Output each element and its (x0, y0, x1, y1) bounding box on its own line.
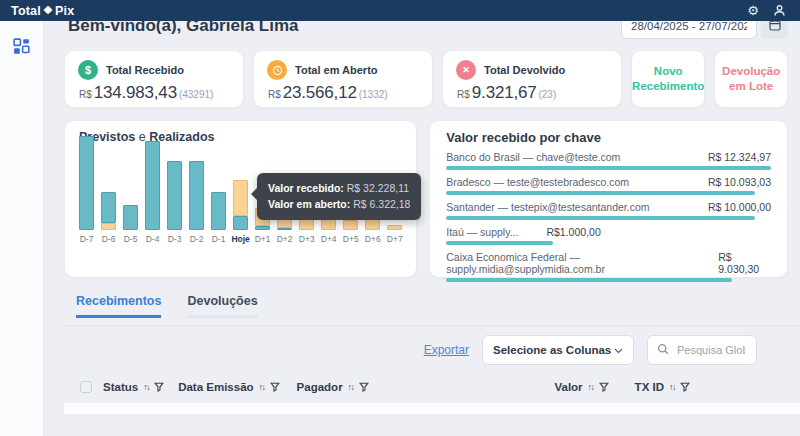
currency-prefix: R$ (457, 89, 470, 100)
bar-segment-realizados (123, 205, 138, 230)
currency-prefix: R$ (79, 89, 92, 100)
chart-x-label: D+5 (343, 234, 359, 244)
tab-bar: Recebimentos Devoluções (64, 294, 788, 318)
chart-bar-D-1[interactable]: D-1 (211, 136, 226, 244)
bar-segment-previstos (101, 223, 116, 230)
chave-value: R$ 10.000,00 (708, 201, 771, 213)
tooltip-line-recebido: Valor recebido: R$ 32.228,11 (268, 180, 410, 196)
devolucao-em-lote-button[interactable]: Devolução em Lote (714, 50, 788, 108)
novo-recebimento-button[interactable]: Novo Recebimento (631, 50, 705, 108)
chave-label: Itaú — supply... (446, 226, 518, 238)
chave-value: R$1.000,00 (546, 226, 600, 238)
chave-row-caixa: Caixa Economica Federal — supply.midia@s… (446, 251, 771, 282)
chave-progress-bar (446, 241, 553, 245)
brand-part1: Total (11, 4, 41, 18)
stat-card-total-em-aberto: Total em Aberto R$ 23.566,12 (1332) (253, 50, 433, 108)
brand-part2: Pix (55, 4, 74, 18)
chart-x-label: D+3 (299, 234, 315, 244)
chevron-down-icon (614, 344, 623, 356)
stat-value: 134.983,43 (94, 83, 177, 103)
tooltip-line-aberto: Valor em aberto: R$ 6.322,18 (268, 196, 410, 212)
table-body-empty-row (64, 402, 800, 414)
bar-segment-previstos (343, 220, 358, 230)
table-header-row: Status ↑↓ Data Emissão ↑↓ Pagador ↑↓ Val… (64, 376, 788, 402)
bar-segment-realizados (233, 216, 248, 230)
chart-x-label: D-5 (124, 234, 138, 244)
chart-x-label: D+1 (255, 234, 271, 244)
select-all-checkbox[interactable] (80, 381, 92, 393)
columns-select[interactable]: Selecione as Colunas (482, 335, 634, 365)
tab-devolucoes[interactable]: Devoluções (187, 294, 257, 318)
chart-bar-D-6[interactable]: D-6 (101, 136, 116, 244)
chart-bar-D-2[interactable]: D-2 (189, 136, 204, 244)
sort-icon[interactable]: ↑↓ (669, 382, 675, 392)
global-search (647, 335, 757, 365)
stat-count: (43291) (179, 89, 213, 100)
chave-label: Santander — testepix@testesantander.com (446, 201, 649, 213)
chart-x-label: D-2 (190, 234, 204, 244)
brand-logo: Total ❖ Pix (11, 4, 74, 18)
chart-bar-D-7[interactable]: D-7 (79, 136, 94, 244)
pix-logo-icon: ❖ (43, 4, 53, 17)
chart-bar-D-5[interactable]: D-5 (123, 136, 138, 244)
bar-segment-previstos (387, 225, 402, 230)
filter-funnel-icon[interactable] (359, 382, 369, 392)
chave-row-santander: Santander — testepix@testesantander.com … (446, 201, 771, 220)
column-status: Status ↑↓ (103, 381, 164, 393)
filter-funnel-icon[interactable] (154, 382, 164, 392)
chart-tooltip: Valor recebido: R$ 32.228,11 Valor em ab… (257, 173, 421, 220)
export-link[interactable]: Exportar (424, 343, 469, 357)
sort-icon[interactable]: ↑↓ (588, 382, 594, 392)
chave-row-itau: Itaú — supply... R$1.000,00 (446, 226, 771, 245)
column-valor: Valor ↑↓ (554, 381, 608, 393)
chave-progress-bar (446, 278, 732, 282)
stat-count: (23) (538, 89, 556, 100)
settings-gear-icon[interactable]: ⚙ (747, 4, 759, 17)
close-icon: ✕ (456, 60, 476, 80)
columns-select-value: Selecione as Colunas (493, 344, 611, 356)
stat-label: Total em Aberto (295, 64, 378, 76)
dollar-icon: $ (78, 60, 98, 80)
user-profile-icon[interactable] (773, 4, 786, 17)
sort-icon[interactable]: ↑↓ (348, 382, 354, 392)
bar-segment-previstos (233, 180, 248, 216)
chart-bar-Hoje[interactable]: Hoje (233, 136, 248, 244)
filter-funnel-icon[interactable] (599, 382, 609, 392)
panel-title: Valor recebido por chave (446, 130, 771, 145)
chave-label: Bradesco — teste@testebradesco.com (446, 176, 629, 188)
chave-value: R$ 10.093,03 (708, 176, 771, 188)
chart-x-label: D+6 (365, 234, 381, 244)
currency-prefix: R$ (268, 89, 281, 100)
clock-icon (267, 60, 287, 80)
sort-icon[interactable]: ↑↓ (143, 382, 149, 392)
chave-progress-bar (446, 191, 755, 195)
chart-bar-D-3[interactable]: D-3 (167, 136, 182, 244)
stat-card-total-devolvido: ✕ Total Devolvido R$ 9.321,67 (23) (442, 50, 622, 108)
chart-bar-D-4[interactable]: D-4 (145, 136, 160, 244)
chart-x-label: D-3 (168, 234, 182, 244)
chave-value: R$ 9.030,30 (718, 251, 771, 275)
filter-funnel-icon[interactable] (270, 382, 280, 392)
bar-segment-realizados (189, 161, 204, 230)
chave-progress-bar (446, 166, 771, 170)
chave-progress-bar (446, 216, 755, 220)
chart-x-label: Hoje (231, 234, 249, 244)
column-data-emissao: Data Emissão ↑↓ (178, 381, 279, 393)
bar-segment-realizados (277, 228, 292, 230)
bar-segment-realizados (255, 226, 270, 230)
bar-segment-realizados (145, 141, 160, 230)
column-pagador: Pagador ↑↓ (297, 381, 369, 393)
filter-funnel-icon[interactable] (680, 382, 690, 392)
chart-x-label: D+7 (387, 234, 403, 244)
sort-icon[interactable]: ↑↓ (259, 382, 265, 392)
tabs-divider (64, 325, 800, 326)
chave-label: Caixa Economica Federal — supply.midia@s… (446, 251, 718, 275)
stat-value: 9.321,67 (472, 83, 537, 103)
dashboard-grid-icon[interactable] (13, 38, 30, 59)
tab-recebimentos[interactable]: Recebimentos (76, 294, 161, 318)
search-icon (657, 341, 669, 359)
search-input[interactable] (675, 343, 747, 357)
bar-segment-realizados (211, 192, 226, 230)
topbar: Total ❖ Pix ⚙ (0, 0, 800, 21)
chart-x-label: D+4 (321, 234, 337, 244)
